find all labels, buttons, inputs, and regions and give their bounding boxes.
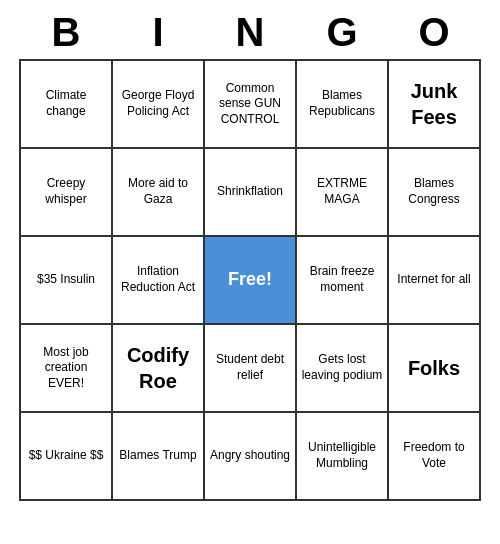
bingo-cell-17: Student debt relief [205,325,297,413]
bingo-cell-5: Creepy whisper [21,149,113,237]
bingo-title: B I N G O [20,10,480,55]
letter-b: B [20,10,112,55]
bingo-cell-9: Blames Congress [389,149,481,237]
bingo-cell-21: Blames Trump [113,413,205,501]
bingo-cell-19: Folks [389,325,481,413]
bingo-cell-16: Codify Roe [113,325,205,413]
bingo-cell-10: $35 Insulin [21,237,113,325]
bingo-cell-11: Inflation Reduction Act [113,237,205,325]
bingo-cell-12: Free! [205,237,297,325]
bingo-cell-8: EXTRME MAGA [297,149,389,237]
bingo-cell-1: George Floyd Policing Act [113,61,205,149]
bingo-cell-24: Freedom to Vote [389,413,481,501]
bingo-cell-3: Blames Republicans [297,61,389,149]
bingo-cell-22: Angry shouting [205,413,297,501]
bingo-cell-13: Brain freeze moment [297,237,389,325]
bingo-cell-6: More aid to Gaza [113,149,205,237]
letter-o: O [388,10,480,55]
bingo-cell-20: $$ Ukraine $$ [21,413,113,501]
letter-g: G [296,10,388,55]
bingo-cell-0: Climate change [21,61,113,149]
bingo-grid: Climate changeGeorge Floyd Policing ActC… [19,59,481,501]
bingo-cell-18: Gets lost leaving podium [297,325,389,413]
bingo-cell-4: Junk Fees [389,61,481,149]
bingo-cell-7: Shrinkflation [205,149,297,237]
bingo-cell-2: Common sense GUN CONTROL [205,61,297,149]
bingo-cell-23: Unintelligible Mumbling [297,413,389,501]
bingo-cell-15: Most job creation EVER! [21,325,113,413]
letter-n: N [204,10,296,55]
letter-i: I [112,10,204,55]
bingo-cell-14: Internet for all [389,237,481,325]
